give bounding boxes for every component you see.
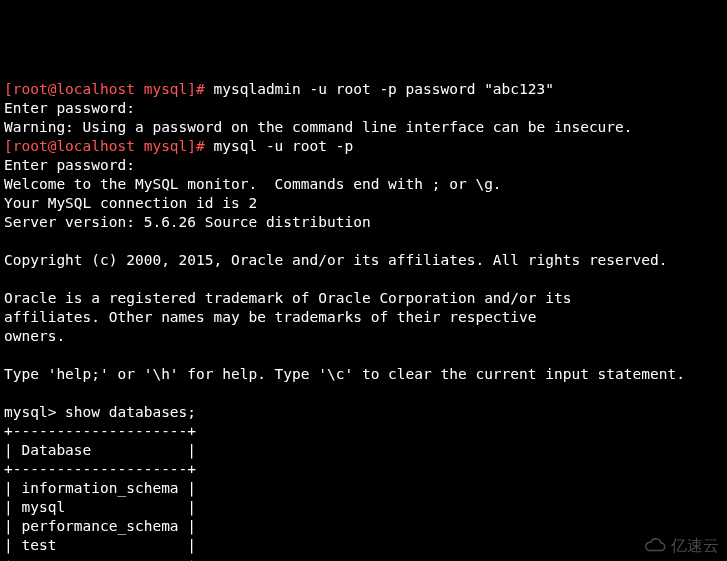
warning-line: Warning: Using a password on the command… [4, 119, 633, 135]
table-row: | mysql | [4, 499, 196, 515]
mysql-query: show databases; [65, 404, 196, 420]
password-prompt: Enter password: [4, 157, 135, 173]
mysql-copyright: Copyright (c) 2000, 2015, Oracle and/or … [4, 252, 667, 268]
shell-command: mysql -u root -p [214, 138, 354, 154]
terminal-output[interactable]: [root@localhost mysql]# mysqladmin -u ro… [4, 80, 723, 561]
watermark-text: 亿速云 [671, 536, 719, 555]
mysql-welcome: Welcome to the MySQL monitor. Commands e… [4, 176, 502, 192]
shell-prompt: [root@localhost mysql]# [4, 81, 214, 97]
table-row: | performance_schema | [4, 518, 196, 534]
mysql-prompt: mysql> [4, 404, 65, 420]
mysql-server-ver: Server version: 5.6.26 Source distributi… [4, 214, 371, 230]
table-row: | test | [4, 537, 196, 553]
mysql-trademark: Oracle is a registered trademark of Orac… [4, 290, 571, 306]
mysql-trademark: owners. [4, 328, 65, 344]
table-header: | Database | [4, 442, 196, 458]
table-border: +--------------------+ [4, 556, 196, 561]
shell-command: mysqladmin -u root -p password "abc123" [214, 81, 554, 97]
mysql-trademark: affiliates. Other names may be trademark… [4, 309, 537, 325]
shell-prompt: [root@localhost mysql]# [4, 138, 214, 154]
table-border: +--------------------+ [4, 423, 196, 439]
table-border: +--------------------+ [4, 461, 196, 477]
mysql-help: Type 'help;' or '\h' for help. Type '\c'… [4, 366, 685, 382]
password-prompt: Enter password: [4, 100, 135, 116]
mysql-conn-id: Your MySQL connection id is 2 [4, 195, 257, 211]
table-row: | information_schema | [4, 480, 196, 496]
cloud-icon [643, 537, 667, 555]
watermark: 亿速云 [643, 536, 719, 555]
